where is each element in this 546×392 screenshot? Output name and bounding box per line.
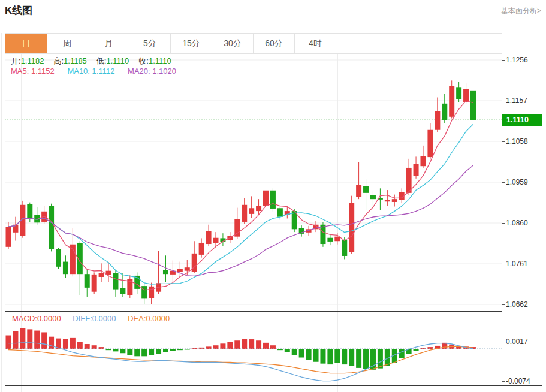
tab-周[interactable]: 周: [47, 34, 88, 53]
axis-label: -0.0074: [506, 377, 530, 385]
period-tabbar: 日周月5分15分30分60分4时: [5, 33, 502, 53]
dea-label: DEA:: [128, 314, 146, 323]
low-label: 低:: [96, 56, 107, 65]
axis-label: 1.0860: [506, 219, 528, 227]
pane-separator: [5, 311, 502, 312]
low-value: 1.1110: [106, 56, 129, 65]
axis-tick: [502, 223, 505, 224]
macd-label: MACD:: [12, 314, 37, 323]
current-price-tag: 1.1110: [502, 114, 542, 126]
page-title: K线图: [5, 4, 32, 17]
ma-readout: MA5: 1.1152 MA10: 1.1112 MA20: 1.1020: [11, 67, 187, 76]
ohlc-readout: 开:1.1182高:1.1185低:1.1110收:1.1110: [11, 56, 181, 67]
candlestick-chart[interactable]: [5, 53, 502, 311]
axis-tick: [502, 60, 505, 61]
fundamental-analysis-link[interactable]: 基本面分析>: [501, 6, 541, 16]
close-label: 收:: [138, 56, 149, 65]
axis-label: 1.1058: [506, 137, 528, 146]
ma5-value: 1.1152: [31, 67, 55, 76]
axis-tick: [502, 342, 505, 342]
macd-readout: MACD:0.0000 DIFF:0.0000 DEA:0.0000: [12, 314, 179, 323]
high-label: 高:: [53, 56, 64, 65]
price-axis-line: [502, 53, 502, 386]
axis-tick: [502, 381, 505, 382]
candles-layer: [6, 80, 476, 304]
high-value: 1.1185: [64, 56, 87, 65]
axis-label: 0.0017: [506, 337, 528, 346]
tab-15分[interactable]: 15分: [171, 34, 212, 53]
tab-月[interactable]: 月: [88, 34, 129, 53]
ma10-value: 1.1112: [92, 67, 115, 76]
axis-label: 1.0959: [506, 178, 528, 186]
plot-bottom-border: [5, 385, 542, 386]
macd-value: 0.0000: [37, 314, 61, 323]
diff-value: 0.0000: [92, 314, 116, 323]
ma5-label: MA5:: [11, 67, 29, 76]
header-divider: [0, 20, 546, 20]
ma10-label: MA10:: [67, 67, 90, 76]
tab-日[interactable]: 日: [5, 34, 47, 53]
axis-tick: [502, 141, 505, 142]
open-value: 1.1182: [21, 56, 44, 65]
ma20-value: 1.1020: [152, 67, 176, 76]
axis-label: 1.0662: [506, 300, 528, 309]
axis-tick: [502, 101, 505, 101]
axis-label: 1.0761: [506, 260, 528, 268]
open-label: 开:: [11, 56, 21, 65]
axis-label: 1.1157: [506, 97, 527, 105]
widget-border-right: [542, 33, 542, 392]
tab-60分[interactable]: 60分: [254, 34, 295, 53]
axis-tick: [502, 264, 505, 264]
tab-30分[interactable]: 30分: [212, 34, 254, 53]
close-value: 1.1110: [149, 56, 171, 65]
tab-5分[interactable]: 5分: [129, 34, 171, 53]
axis-tick: [502, 304, 505, 305]
widget-border-left: [1, 33, 2, 392]
ma20-label: MA20:: [128, 67, 150, 76]
diff-label: DIFF:: [73, 314, 92, 323]
axis-label: 1.1256: [506, 56, 528, 64]
dea-value: 0.0000: [146, 314, 170, 323]
kline-widget: K线图 基本面分析> 日周月5分15分30分60分4时 开:1.1182高:1.…: [0, 0, 546, 392]
axis-tick: [502, 182, 505, 183]
tab-4时[interactable]: 4时: [295, 34, 336, 53]
